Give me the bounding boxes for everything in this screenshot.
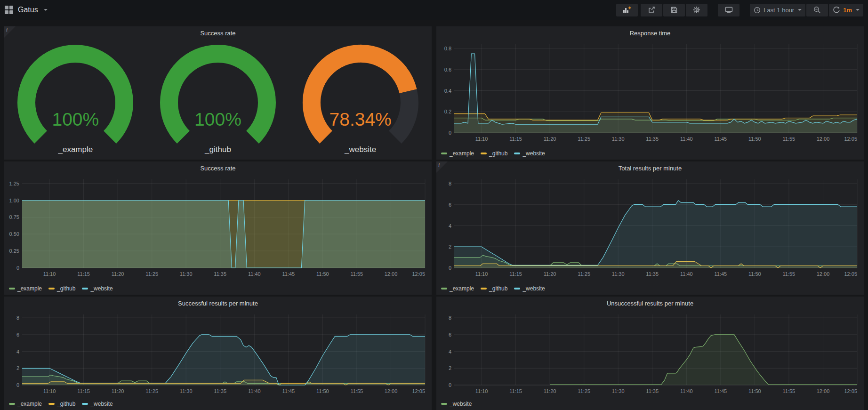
- svg-text:12:05: 12:05: [844, 136, 857, 142]
- refresh-button[interactable]: 1m: [829, 4, 863, 16]
- share-button[interactable]: [641, 4, 662, 16]
- panel-title[interactable]: Success rate: [4, 165, 432, 172]
- legend-series-name: _website: [90, 285, 113, 292]
- zoom-out-button[interactable]: [806, 4, 828, 16]
- dashboards-grid-icon[interactable]: [5, 6, 13, 14]
- svg-text:11:10: 11:10: [43, 271, 56, 277]
- add-panel-button[interactable]: [616, 4, 638, 16]
- svg-text:11:25: 11:25: [578, 136, 590, 142]
- svg-text:11:20: 11:20: [112, 271, 124, 277]
- legend-series-name: _github: [57, 285, 75, 292]
- gauge-value: 78.34%: [301, 109, 420, 130]
- svg-text:0.2: 0.2: [444, 109, 451, 114]
- legend-item[interactable]: _github: [48, 285, 75, 292]
- svg-text:11:35: 11:35: [214, 271, 226, 277]
- time-range-picker[interactable]: Last 1 hour: [750, 4, 805, 16]
- svg-text:11:50: 11:50: [748, 136, 761, 142]
- gauge-value: 100%: [159, 109, 277, 130]
- legend-item[interactable]: _website: [82, 401, 113, 407]
- svg-text:11:55: 11:55: [351, 271, 363, 277]
- svg-text:11:25: 11:25: [145, 388, 158, 394]
- chart-area[interactable]: 0246811:1011:1511:2011:2511:3011:3511:40…: [440, 311, 860, 401]
- svg-text:11:40: 11:40: [680, 136, 693, 142]
- legend-item[interactable]: _website: [514, 150, 545, 157]
- legend-item[interactable]: _github: [48, 401, 75, 407]
- svg-text:11:20: 11:20: [544, 388, 556, 394]
- panel-title[interactable]: Total results per minute: [436, 165, 864, 172]
- add-panel-icon: [623, 6, 632, 14]
- save-button[interactable]: [663, 4, 685, 16]
- svg-text:4: 4: [449, 223, 451, 229]
- svg-text:11:35: 11:35: [214, 388, 226, 394]
- gauge-label: _github: [205, 145, 231, 154]
- legend-item[interactable]: _example: [9, 285, 42, 292]
- refresh-icon: [833, 6, 840, 14]
- svg-text:4: 4: [16, 349, 19, 354]
- chart-area[interactable]: 00.20.40.60.811:1011:1511:2011:2511:3011…: [440, 40, 860, 148]
- svg-text:12:00: 12:00: [817, 388, 830, 394]
- svg-text:11:55: 11:55: [783, 271, 796, 277]
- legend-item[interactable]: _website: [441, 401, 472, 407]
- legend-series-name: _website: [522, 150, 545, 157]
- legend-item[interactable]: _github: [481, 285, 507, 292]
- chart-legend: _example_github_website: [9, 401, 113, 407]
- dashboard-title[interactable]: Gatus: [18, 6, 38, 14]
- legend-series-name: _example: [17, 285, 42, 292]
- svg-text:11:40: 11:40: [680, 271, 693, 277]
- svg-text:6: 6: [16, 332, 19, 338]
- svg-text:0.6: 0.6: [444, 67, 451, 72]
- zoom-out-icon: [813, 6, 821, 14]
- dashboard-caret-icon[interactable]: [44, 9, 48, 11]
- legend-color-swatch: [9, 403, 15, 405]
- chart-legend: _website: [441, 401, 472, 407]
- svg-text:11:50: 11:50: [316, 388, 329, 394]
- panel-success-rate-graph: Success rate 00.250.500.751.001.2511:101…: [4, 161, 432, 295]
- svg-text:11:45: 11:45: [714, 136, 727, 142]
- legend-color-swatch: [481, 288, 487, 289]
- svg-text:11:30: 11:30: [180, 271, 193, 277]
- chart-area[interactable]: 0246811:1011:1511:2011:2511:3011:3511:40…: [440, 176, 860, 283]
- svg-text:0: 0: [449, 265, 451, 271]
- svg-text:11:10: 11:10: [475, 388, 488, 394]
- legend-item[interactable]: _website: [514, 285, 545, 292]
- svg-text:8: 8: [449, 181, 451, 186]
- chart-area[interactable]: 00.250.500.751.001.2511:1011:1511:2011:2…: [8, 176, 428, 283]
- svg-text:11:15: 11:15: [77, 388, 90, 394]
- panel-success-rate-gauges: i Success rate 100% _example 100% _githu…: [4, 26, 432, 160]
- gear-icon: [693, 6, 700, 14]
- svg-text:8: 8: [449, 315, 451, 321]
- panel-title[interactable]: Unsuccessful results per minute: [436, 300, 864, 307]
- legend-item[interactable]: _example: [441, 285, 474, 292]
- panel-title[interactable]: Successful results per minute: [4, 300, 432, 307]
- legend-series-name: _example: [450, 285, 474, 292]
- svg-text:11:45: 11:45: [714, 388, 727, 394]
- save-icon: [670, 6, 678, 14]
- time-range-label: Last 1 hour: [764, 7, 794, 14]
- legend-item[interactable]: _example: [441, 150, 474, 157]
- tv-mode-button[interactable]: [718, 4, 739, 16]
- svg-text:0.50: 0.50: [9, 231, 19, 237]
- legend-series-name: _website: [522, 285, 545, 292]
- svg-text:11:10: 11:10: [43, 388, 56, 394]
- settings-button[interactable]: [686, 4, 707, 16]
- svg-text:11:55: 11:55: [783, 136, 796, 142]
- legend-item[interactable]: _example: [9, 401, 42, 407]
- svg-text:0.8: 0.8: [444, 46, 451, 51]
- legend-item[interactable]: _github: [481, 150, 507, 157]
- legend-item[interactable]: _website: [82, 285, 113, 292]
- svg-text:11:10: 11:10: [475, 136, 488, 142]
- svg-text:2: 2: [16, 365, 19, 371]
- svg-text:11:40: 11:40: [248, 271, 261, 277]
- panel-title[interactable]: Success rate: [4, 30, 432, 37]
- legend-color-swatch: [514, 153, 520, 154]
- gauge: 100% _github: [147, 42, 289, 154]
- svg-text:11:15: 11:15: [509, 388, 522, 394]
- panel-total-results: i Total results per minute 0246811:1011:…: [436, 161, 864, 295]
- svg-text:11:50: 11:50: [748, 271, 761, 277]
- svg-text:12:00: 12:00: [385, 388, 398, 394]
- svg-text:12:05: 12:05: [412, 271, 425, 277]
- panel-title[interactable]: Response time: [436, 30, 864, 37]
- svg-text:0: 0: [449, 382, 451, 388]
- chart-area[interactable]: 0246811:1011:1511:2011:2511:3011:3511:40…: [8, 311, 428, 401]
- gauge-row: 100% _example 100% _github 78.34% _websi…: [4, 42, 432, 154]
